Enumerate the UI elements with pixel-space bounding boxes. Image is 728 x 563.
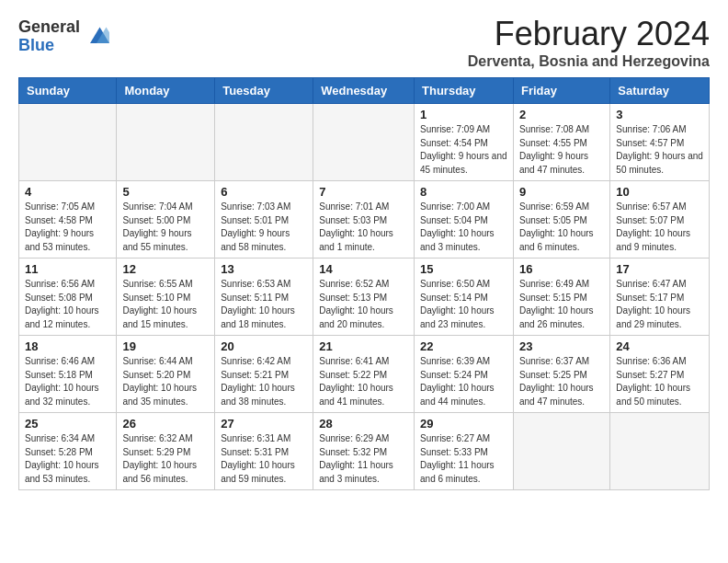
calendar-cell: 6Sunrise: 7:03 AM Sunset: 5:01 PM Daylig… xyxy=(215,181,313,259)
title-area: February 2024 Derventa, Bosnia and Herze… xyxy=(468,15,710,70)
day-info: Sunrise: 7:03 AM Sunset: 5:01 PM Dayligh… xyxy=(221,201,307,254)
day-number: 4 xyxy=(25,185,110,199)
calendar-cell: 13Sunrise: 6:53 AM Sunset: 5:11 PM Dayli… xyxy=(215,259,313,336)
day-info: Sunrise: 7:06 AM Sunset: 4:57 PM Dayligh… xyxy=(616,123,703,177)
day-info: Sunrise: 6:47 AM Sunset: 5:17 PM Dayligh… xyxy=(616,278,703,331)
calendar-week-row: 4Sunrise: 7:05 AM Sunset: 4:58 PM Daylig… xyxy=(19,181,710,259)
calendar-cell: 19Sunrise: 6:44 AM Sunset: 5:20 PM Dayli… xyxy=(117,336,215,413)
calendar-cell: 2Sunrise: 7:08 AM Sunset: 4:55 PM Daylig… xyxy=(513,104,609,181)
col-header-tuesday: Tuesday xyxy=(215,78,313,104)
day-number: 13 xyxy=(221,262,307,276)
calendar-cell: 17Sunrise: 6:47 AM Sunset: 5:17 PM Dayli… xyxy=(610,259,710,336)
day-info: Sunrise: 6:34 AM Sunset: 5:28 PM Dayligh… xyxy=(25,432,110,486)
day-number: 28 xyxy=(319,417,408,431)
day-number: 17 xyxy=(616,262,703,276)
day-info: Sunrise: 7:00 AM Sunset: 5:04 PM Dayligh… xyxy=(420,201,507,254)
calendar-cell: 7Sunrise: 7:01 AM Sunset: 5:03 PM Daylig… xyxy=(313,181,415,259)
calendar-cell xyxy=(313,104,415,181)
day-number: 2 xyxy=(519,108,604,121)
calendar-cell: 18Sunrise: 6:46 AM Sunset: 5:18 PM Dayli… xyxy=(19,336,117,413)
col-header-sunday: Sunday xyxy=(19,78,117,104)
calendar-header-row: SundayMondayTuesdayWednesdayThursdayFrid… xyxy=(19,78,710,104)
calendar-cell: 9Sunrise: 6:59 AM Sunset: 5:05 PM Daylig… xyxy=(513,181,609,259)
day-number: 20 xyxy=(221,339,307,353)
day-info: Sunrise: 6:56 AM Sunset: 5:08 PM Dayligh… xyxy=(25,278,110,331)
calendar-cell xyxy=(610,413,710,490)
calendar-cell: 20Sunrise: 6:42 AM Sunset: 5:21 PM Dayli… xyxy=(215,336,313,413)
day-info: Sunrise: 6:29 AM Sunset: 5:32 PM Dayligh… xyxy=(319,432,408,486)
calendar-cell xyxy=(117,104,215,181)
day-number: 29 xyxy=(420,417,507,431)
calendar-cell xyxy=(215,104,313,181)
day-info: Sunrise: 6:44 AM Sunset: 5:20 PM Dayligh… xyxy=(122,355,209,408)
col-header-friday: Friday xyxy=(513,78,609,104)
calendar-cell: 28Sunrise: 6:29 AM Sunset: 5:32 PM Dayli… xyxy=(313,413,415,490)
calendar-cell: 22Sunrise: 6:39 AM Sunset: 5:24 PM Dayli… xyxy=(415,336,514,413)
col-header-monday: Monday xyxy=(117,78,215,104)
day-number: 18 xyxy=(25,339,110,353)
day-number: 15 xyxy=(420,262,507,276)
calendar-cell: 24Sunrise: 6:36 AM Sunset: 5:27 PM Dayli… xyxy=(610,336,710,413)
calendar-cell: 4Sunrise: 7:05 AM Sunset: 4:58 PM Daylig… xyxy=(19,181,117,259)
subtitle: Derventa, Bosnia and Herzegovina xyxy=(468,53,710,70)
day-info: Sunrise: 7:04 AM Sunset: 5:00 PM Dayligh… xyxy=(122,201,209,254)
day-number: 14 xyxy=(319,262,408,276)
day-info: Sunrise: 7:09 AM Sunset: 4:54 PM Dayligh… xyxy=(420,123,507,177)
day-number: 6 xyxy=(221,185,307,199)
day-number: 21 xyxy=(319,339,408,353)
day-info: Sunrise: 6:31 AM Sunset: 5:31 PM Dayligh… xyxy=(221,432,307,486)
calendar-cell: 11Sunrise: 6:56 AM Sunset: 5:08 PM Dayli… xyxy=(19,259,117,336)
day-number: 16 xyxy=(519,262,604,276)
day-info: Sunrise: 7:08 AM Sunset: 4:55 PM Dayligh… xyxy=(519,123,604,177)
day-info: Sunrise: 6:53 AM Sunset: 5:11 PM Dayligh… xyxy=(221,278,307,331)
day-number: 23 xyxy=(519,339,604,353)
calendar-week-row: 18Sunrise: 6:46 AM Sunset: 5:18 PM Dayli… xyxy=(19,336,710,413)
day-number: 9 xyxy=(519,185,604,199)
day-info: Sunrise: 6:52 AM Sunset: 5:13 PM Dayligh… xyxy=(319,278,408,331)
logo-blue: Blue xyxy=(18,37,80,55)
calendar-cell: 21Sunrise: 6:41 AM Sunset: 5:22 PM Dayli… xyxy=(313,336,415,413)
logo-general: General xyxy=(18,18,80,37)
logo-icon xyxy=(84,24,109,50)
day-number: 22 xyxy=(420,339,507,353)
day-info: Sunrise: 7:05 AM Sunset: 4:58 PM Dayligh… xyxy=(25,201,110,254)
day-number: 10 xyxy=(616,185,703,199)
calendar-cell: 25Sunrise: 6:34 AM Sunset: 5:28 PM Dayli… xyxy=(19,413,117,490)
calendar-cell: 29Sunrise: 6:27 AM Sunset: 5:33 PM Dayli… xyxy=(415,413,514,490)
calendar-cell: 1Sunrise: 7:09 AM Sunset: 4:54 PM Daylig… xyxy=(415,104,514,181)
calendar-cell: 14Sunrise: 6:52 AM Sunset: 5:13 PM Dayli… xyxy=(313,259,415,336)
day-number: 5 xyxy=(122,185,209,199)
calendar-cell: 26Sunrise: 6:32 AM Sunset: 5:29 PM Dayli… xyxy=(117,413,215,490)
day-number: 19 xyxy=(122,339,209,353)
calendar-cell: 3Sunrise: 7:06 AM Sunset: 4:57 PM Daylig… xyxy=(610,104,710,181)
calendar-cell: 16Sunrise: 6:49 AM Sunset: 5:15 PM Dayli… xyxy=(513,259,609,336)
day-info: Sunrise: 6:39 AM Sunset: 5:24 PM Dayligh… xyxy=(420,355,507,408)
col-header-saturday: Saturday xyxy=(610,78,710,104)
col-header-wednesday: Wednesday xyxy=(313,78,415,104)
day-info: Sunrise: 6:27 AM Sunset: 5:33 PM Dayligh… xyxy=(420,432,507,486)
day-number: 3 xyxy=(616,108,703,121)
header: General Blue February 2024 Derventa, Bos… xyxy=(18,15,710,70)
day-info: Sunrise: 6:57 AM Sunset: 5:07 PM Dayligh… xyxy=(616,201,703,254)
day-number: 27 xyxy=(221,417,307,431)
day-info: Sunrise: 6:55 AM Sunset: 5:10 PM Dayligh… xyxy=(122,278,209,331)
calendar-cell: 23Sunrise: 6:37 AM Sunset: 5:25 PM Dayli… xyxy=(513,336,609,413)
calendar-cell: 5Sunrise: 7:04 AM Sunset: 5:00 PM Daylig… xyxy=(117,181,215,259)
calendar-cell: 8Sunrise: 7:00 AM Sunset: 5:04 PM Daylig… xyxy=(415,181,514,259)
day-info: Sunrise: 6:49 AM Sunset: 5:15 PM Dayligh… xyxy=(519,278,604,331)
day-info: Sunrise: 6:46 AM Sunset: 5:18 PM Dayligh… xyxy=(25,355,110,408)
calendar-cell xyxy=(513,413,609,490)
day-info: Sunrise: 6:41 AM Sunset: 5:22 PM Dayligh… xyxy=(319,355,408,408)
day-number: 1 xyxy=(420,108,507,121)
logo: General Blue xyxy=(18,18,109,55)
month-title: February 2024 xyxy=(468,15,710,53)
day-number: 26 xyxy=(122,417,209,431)
calendar-week-row: 1Sunrise: 7:09 AM Sunset: 4:54 PM Daylig… xyxy=(19,104,710,181)
day-info: Sunrise: 6:59 AM Sunset: 5:05 PM Dayligh… xyxy=(519,201,604,254)
day-number: 12 xyxy=(122,262,209,276)
calendar-cell xyxy=(19,104,117,181)
day-number: 7 xyxy=(319,185,408,199)
day-info: Sunrise: 7:01 AM Sunset: 5:03 PM Dayligh… xyxy=(319,201,408,254)
day-info: Sunrise: 6:32 AM Sunset: 5:29 PM Dayligh… xyxy=(122,432,209,486)
calendar-cell: 27Sunrise: 6:31 AM Sunset: 5:31 PM Dayli… xyxy=(215,413,313,490)
